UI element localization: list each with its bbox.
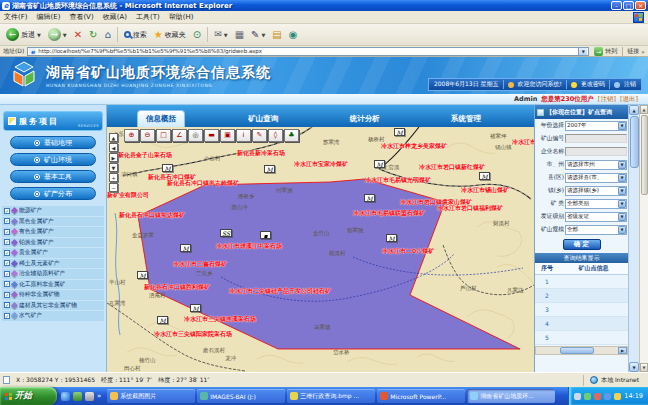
scrollbar-thumb[interactable]	[630, 116, 639, 168]
search-button[interactable]: 搜索	[121, 29, 150, 41]
scrollbar-thumb[interactable]	[560, 347, 594, 354]
erase-icon[interactable]: ◊	[268, 129, 283, 142]
layer-checkbox[interactable]: ✓	[4, 292, 10, 298]
field-select[interactable]: 全部▼	[565, 225, 627, 235]
layer-checkbox[interactable]: ✓	[4, 250, 10, 256]
tray-antivirus-icon[interactable]	[584, 393, 591, 400]
layer-item[interactable]: ✓黑色金属矿产	[2, 217, 104, 227]
page-scrollbar[interactable]: ▲ ▼	[639, 105, 648, 372]
tray-network-icon[interactable]	[574, 393, 581, 400]
panel-scrollbar[interactable]: ▲ ▼	[628, 105, 639, 372]
taskbar-task[interactable]: 系统截图图片	[107, 389, 195, 403]
dropdown-arrow-icon[interactable]: ▼	[618, 213, 626, 221]
layer-item[interactable]: ✓特种非金属矿物	[2, 290, 104, 300]
layer-item[interactable]: ✓冶金辅助原料矿产	[2, 269, 104, 279]
submit-button[interactable]: 确 定	[563, 239, 601, 250]
maximize-button[interactable]: □	[623, 1, 634, 10]
mine-marker[interactable]: M	[137, 271, 148, 279]
layer-checkbox[interactable]: ✓	[4, 218, 10, 224]
edit-button[interactable]: ✎▼	[248, 29, 268, 41]
favorites-button[interactable]: ★ 收藏夹	[151, 29, 189, 41]
forward-dropdown-icon[interactable]: ▼	[63, 32, 67, 38]
layer-checkbox[interactable]: ✓	[4, 313, 10, 319]
field-select[interactable]: 请选择县(市、▼	[565, 173, 627, 183]
close-button[interactable]: ×	[635, 1, 646, 10]
dropdown-arrow-icon[interactable]: ▼	[618, 122, 626, 130]
layer-checkbox[interactable]: ✓	[4, 239, 10, 245]
sidebar-menu-button[interactable]: 矿山环境	[10, 153, 96, 166]
ie-quicklaunch-icon[interactable]	[61, 392, 70, 401]
start-button[interactable]: 开始	[0, 387, 57, 405]
refresh-button[interactable]: ↻	[86, 29, 100, 41]
results-horizontal-scrollbar[interactable]: ▶	[535, 346, 628, 355]
scroll-right-icon[interactable]: ▶	[618, 347, 627, 354]
sidebar-menu-button[interactable]: 基础地理	[10, 136, 96, 149]
taskbar-task[interactable]: 湖南省矿山地质环...	[467, 389, 555, 403]
layer-item[interactable]: ✓建材及其它非金属矿物	[2, 301, 104, 311]
layer-item[interactable]: ✓铂族金属矿产	[2, 238, 104, 248]
dropdown-arrow-icon[interactable]: ▼	[618, 226, 626, 234]
tab-item[interactable]: 系统管理	[443, 111, 489, 127]
taskbar-task[interactable]: 三维行政查询.bmp ...	[287, 389, 375, 403]
field-select[interactable]: 全部类别▼	[565, 199, 627, 209]
mine-marker[interactable]: M	[364, 194, 375, 202]
measure-icon[interactable]: ∠	[172, 129, 187, 142]
layer-checkbox[interactable]: ✓	[4, 229, 10, 235]
map-nav-button[interactable]: ▲	[109, 133, 118, 142]
logout-link-2[interactable]: [注销]	[598, 95, 616, 104]
dropdown-arrow-icon[interactable]: ▼	[618, 200, 626, 208]
result-row[interactable]: 2	[535, 289, 628, 303]
map-nav-button[interactable]: ▶	[109, 153, 118, 162]
mine-marker[interactable]: M	[394, 128, 405, 136]
print-button[interactable]: ▦	[232, 29, 247, 41]
identify-icon[interactable]: i	[236, 129, 251, 142]
layer-item[interactable]: ✓稀土及元素矿产	[2, 259, 104, 269]
mine-marker[interactable]: M	[162, 164, 173, 172]
mine-marker[interactable]: M	[264, 165, 275, 173]
notes-button[interactable]: ▤	[269, 29, 284, 41]
field-select[interactable]: 省级发证▼	[565, 212, 627, 222]
menu-item[interactable]: 查看(V)	[69, 12, 93, 22]
scroll-up-icon[interactable]: ▲	[629, 105, 639, 115]
dropdown-arrow-icon[interactable]: ▼	[618, 187, 626, 195]
scrollbar-thumb[interactable]	[641, 115, 648, 195]
full-extent-icon[interactable]: □	[156, 129, 171, 142]
tab-item[interactable]: 统计分析	[342, 111, 388, 127]
scroll-up-icon[interactable]: ▲	[640, 105, 648, 114]
links-bar[interactable]: 链接 »	[622, 47, 645, 56]
tray-ime-icon[interactable]	[614, 393, 621, 400]
layer-item[interactable]: ✓贵金属矿产	[2, 248, 104, 258]
address-input[interactable]: e http://localhost/%e7%9f%bf%e5%b1%b1%e5…	[27, 47, 589, 56]
mine-marker[interactable]: M	[374, 160, 385, 168]
map-nav-button[interactable]: −	[109, 183, 118, 192]
menu-item[interactable]: 工具(T)	[136, 12, 160, 22]
tab-active[interactable]: 信息概括	[137, 110, 185, 127]
layer-checkbox[interactable]: ✓	[4, 208, 10, 214]
map-nav-button[interactable]: ▼	[109, 163, 118, 172]
result-row[interactable]: 5	[535, 331, 628, 345]
zoom-out-icon[interactable]: ⊖	[140, 129, 155, 142]
mine-marker[interactable]: M	[190, 304, 201, 312]
sidebar-menu-button[interactable]: 基本工具	[10, 170, 96, 183]
layer-checkbox[interactable]: ✓	[4, 260, 10, 266]
field-input[interactable]	[565, 134, 627, 143]
result-row[interactable]: 3	[535, 303, 628, 317]
layer-checkbox[interactable]: ✓	[4, 302, 10, 308]
select-rect-icon[interactable]: ▬	[204, 129, 219, 142]
tray-volume-icon[interactable]	[604, 393, 611, 400]
mine-marker[interactable]: M	[157, 316, 168, 324]
exit-link[interactable]: [退出]	[620, 95, 638, 104]
mail-button[interactable]: ✉ ▼	[211, 29, 230, 40]
minimize-button[interactable]: –	[611, 1, 622, 10]
menu-item[interactable]: 文件(F)	[4, 12, 28, 22]
edit-dropdown-icon[interactable]: ▼	[261, 32, 265, 38]
dropdown-arrow-icon[interactable]: ▼	[618, 174, 626, 182]
menu-item[interactable]: 收藏(A)	[103, 12, 127, 22]
forward-button[interactable]: → ▼	[45, 27, 70, 42]
change-password-link[interactable]: 更改密码	[581, 80, 605, 89]
go-button[interactable]: → 转到	[592, 47, 619, 56]
mail-dropdown-icon[interactable]: ▼	[224, 32, 228, 38]
quicklaunch-chevron-icon[interactable]: »	[97, 392, 101, 400]
field-input[interactable]	[565, 147, 627, 156]
layer-item[interactable]: ✓水气矿产	[2, 311, 104, 321]
